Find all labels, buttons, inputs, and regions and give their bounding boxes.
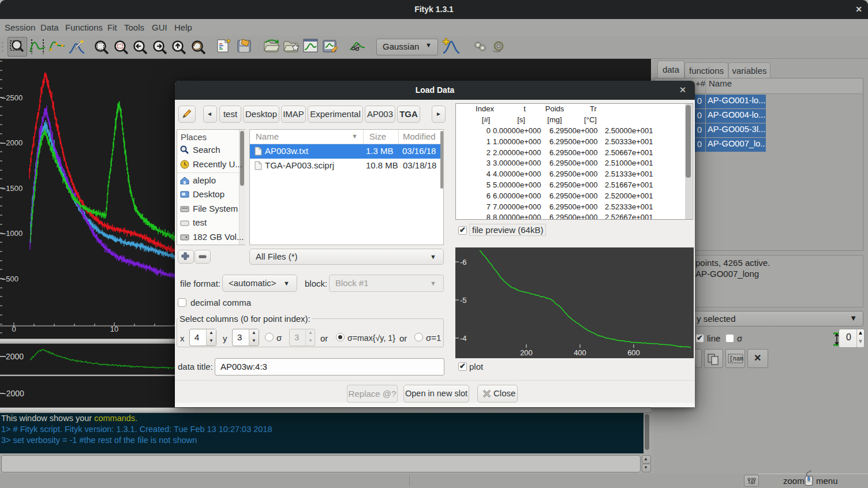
svg-text:-4: -4 xyxy=(460,334,467,343)
svg-text:0: 0 xyxy=(12,325,16,333)
svg-text:–2000: –2000 xyxy=(2,138,23,147)
svg-text:200: 200 xyxy=(520,348,533,357)
svg-text:10: 10 xyxy=(110,325,118,333)
svg-text:600: 600 xyxy=(627,348,640,357)
svg-text:–2500: –2500 xyxy=(2,93,23,102)
svg-text:–1000: –1000 xyxy=(2,229,23,238)
svg-text:–1500: –1500 xyxy=(2,184,23,193)
svg-text:2000: 2000 xyxy=(6,352,24,361)
svg-text:-5: -5 xyxy=(460,296,467,305)
svg-text:[nam: [nam xyxy=(729,356,743,362)
svg-text:-2000: -2000 xyxy=(3,389,24,398)
svg-text:400: 400 xyxy=(574,348,586,357)
svg-text:-6: -6 xyxy=(460,258,467,266)
